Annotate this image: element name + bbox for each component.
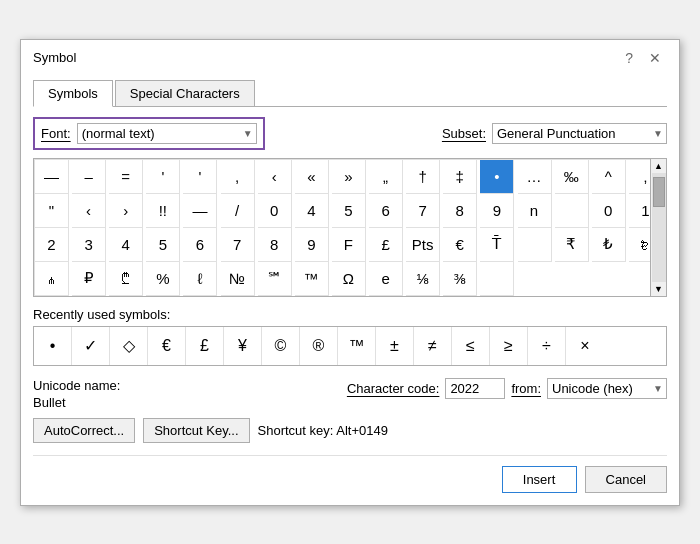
symbol-cell[interactable]: 4 [295, 194, 329, 228]
recently-used-cell[interactable]: € [148, 327, 186, 365]
symbol-cell[interactable]: — [35, 160, 69, 194]
symbol-cell[interactable]: 7 [221, 228, 255, 262]
dialog-content: Symbols Special Characters Font: (normal… [21, 72, 679, 505]
symbol-cell[interactable]: F [332, 228, 366, 262]
symbol-cell[interactable]: 7 [406, 194, 440, 228]
symbol-cell[interactable]: " [35, 194, 69, 228]
symbol-cell[interactable]: • [480, 160, 514, 194]
symbol-cell[interactable]: ^ [592, 160, 626, 194]
tab-special-characters[interactable]: Special Characters [115, 80, 255, 106]
tab-symbols[interactable]: Symbols [33, 80, 113, 107]
symbol-cell[interactable]: ™ [295, 262, 329, 296]
symbol-cell[interactable]: ℠ [258, 262, 292, 296]
symbol-cell[interactable]: „ [369, 160, 403, 194]
symbol-cell[interactable]: , [221, 160, 255, 194]
scroll-down-arrow[interactable]: ▼ [652, 282, 666, 296]
recently-used-cell[interactable]: ≤ [452, 327, 490, 365]
symbol-cell[interactable]: ‰ [555, 160, 589, 194]
symbol-cell[interactable]: 0 [258, 194, 292, 228]
scrollbar[interactable]: ▲ ▼ [650, 159, 666, 296]
unicode-section: Unicode name: Bullet Character code: fro… [33, 378, 667, 410]
symbol-cell[interactable]: Ω [332, 262, 366, 296]
symbol-cell[interactable]: 8 [258, 228, 292, 262]
recently-used-cell[interactable]: ™ [338, 327, 376, 365]
symbol-cell[interactable]: ⅛ [406, 262, 440, 296]
symbol-cell[interactable]: ⅜ [443, 262, 477, 296]
symbol-cell[interactable]: !! [146, 194, 180, 228]
symbol-cell[interactable]: ℓ [183, 262, 217, 296]
symbol-cell[interactable] [518, 228, 552, 262]
autocorrect-button[interactable]: AutoCorrect... [33, 418, 135, 443]
symbol-cell[interactable]: 6 [183, 228, 217, 262]
symbol-cell[interactable]: 2 [35, 228, 69, 262]
scroll-up-arrow[interactable]: ▲ [652, 159, 666, 173]
symbol-cell[interactable]: … [518, 160, 552, 194]
symbol-cell[interactable]: % [146, 262, 180, 296]
symbol-cell[interactable]: = [109, 160, 143, 194]
symbol-cell[interactable]: « [295, 160, 329, 194]
symbol-cell[interactable]: 5 [146, 228, 180, 262]
recently-used-cell[interactable]: ± [376, 327, 414, 365]
recently-used-cell[interactable]: ≠ [414, 327, 452, 365]
symbol-cell[interactable]: 6 [369, 194, 403, 228]
symbol-cell[interactable]: e [369, 262, 403, 296]
symbol-cell[interactable]: » [332, 160, 366, 194]
subset-select[interactable]: General Punctuation [492, 123, 667, 144]
symbol-dialog: Symbol ? ✕ Symbols Special Characters Fo… [20, 39, 680, 506]
recently-used-cell[interactable]: © [262, 327, 300, 365]
recently-used-cell[interactable]: ® [300, 327, 338, 365]
symbol-cell[interactable]: › [109, 194, 143, 228]
symbol-cell[interactable]: ‹ [72, 194, 106, 228]
symbol-cell[interactable]: — [183, 194, 217, 228]
symbol-cell[interactable]: 4 [109, 228, 143, 262]
symbol-cell[interactable]: – [72, 160, 106, 194]
symbol-cell[interactable]: ' [146, 160, 180, 194]
symbol-cell[interactable] [555, 194, 589, 228]
char-code-input[interactable] [445, 378, 505, 399]
scroll-track[interactable] [652, 173, 666, 282]
symbol-cell[interactable]: Pts [406, 228, 440, 262]
cancel-button[interactable]: Cancel [585, 466, 667, 493]
symbol-cell[interactable]: 5 [332, 194, 366, 228]
recently-used-cell[interactable]: ◇ [110, 327, 148, 365]
symbol-cell[interactable]: ₽ [72, 262, 106, 296]
symbol-cell[interactable]: n [518, 194, 552, 228]
scroll-thumb[interactable] [653, 177, 665, 207]
close-button[interactable]: ✕ [643, 48, 667, 68]
recently-used-cell[interactable]: ✓ [72, 327, 110, 365]
symbol-cell[interactable]: ₺ [592, 228, 626, 262]
symbol-cell[interactable]: ' [183, 160, 217, 194]
symbol-cell[interactable]: ‡ [443, 160, 477, 194]
symbol-cell[interactable]: T̄ [480, 228, 514, 262]
symbol-cell[interactable]: 8 [443, 194, 477, 228]
recently-used-cell[interactable]: £ [186, 327, 224, 365]
font-select[interactable]: (normal text) [77, 123, 257, 144]
symbol-cell[interactable]: † [406, 160, 440, 194]
symbol-grid-wrapper: —–='',‹«»„†‡•…‰^‚"‹›!!—/0456789n 0123456… [33, 158, 667, 297]
font-select-wrapper: (normal text) [77, 123, 257, 144]
symbol-cell[interactable]: 0 [592, 194, 626, 228]
symbol-cell[interactable]: 9 [295, 228, 329, 262]
recently-used-cell[interactable]: • [34, 327, 72, 365]
symbol-cell[interactable]: № [221, 262, 255, 296]
symbol-cell[interactable]: 3 [72, 228, 106, 262]
recently-used-cell[interactable]: × [566, 327, 604, 365]
symbol-cell[interactable]: 9 [480, 194, 514, 228]
help-button[interactable]: ? [619, 48, 639, 68]
recently-used-cell[interactable]: ≥ [490, 327, 528, 365]
shortcut-key-text: Shortcut key: Alt+0149 [258, 423, 388, 438]
insert-button[interactable]: Insert [502, 466, 577, 493]
recently-used-cell[interactable]: ÷ [528, 327, 566, 365]
recently-used-cell[interactable]: ¥ [224, 327, 262, 365]
symbol-cell[interactable]: ₾ [109, 262, 143, 296]
symbol-cell[interactable] [480, 262, 514, 296]
symbol-cell[interactable]: ‹ [258, 160, 292, 194]
dialog-title: Symbol [33, 50, 76, 65]
symbol-cell[interactable]: £ [369, 228, 403, 262]
symbol-cell[interactable]: ₹ [555, 228, 589, 262]
symbol-cell[interactable]: / [221, 194, 255, 228]
symbol-cell[interactable]: € [443, 228, 477, 262]
shortcut-key-button[interactable]: Shortcut Key... [143, 418, 249, 443]
symbol-cell[interactable]: ₼ [35, 262, 69, 296]
from-select[interactable]: Unicode (hex) [547, 378, 667, 399]
